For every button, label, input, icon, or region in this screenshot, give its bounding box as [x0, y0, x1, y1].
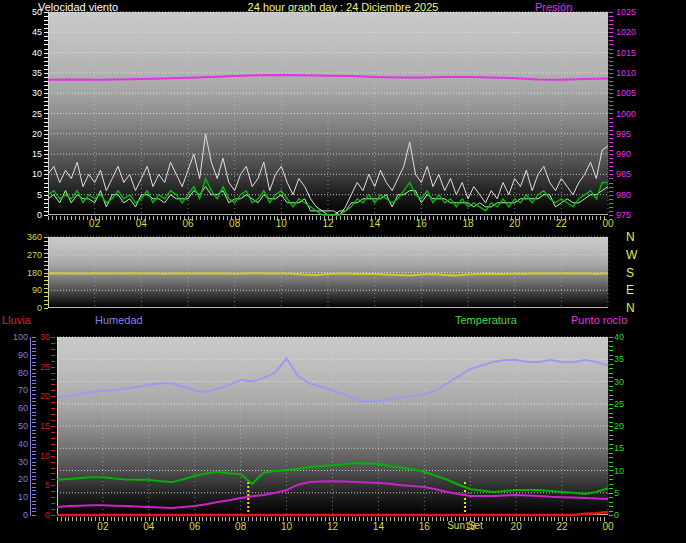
tick-label: 1000: [616, 110, 646, 119]
tick-label: 80: [2, 369, 28, 378]
x-tick-label: 10: [275, 522, 299, 532]
tick-label: 40: [614, 333, 638, 342]
axis-minor-ticks: [609, 337, 613, 516]
x-tick-label: 00: [596, 219, 620, 229]
x-tick-label: 12: [321, 522, 345, 532]
x-tick-label: 02: [91, 522, 115, 532]
compass-label: N: [626, 231, 635, 243]
humidity-line: [57, 358, 608, 402]
tick-label: 15: [14, 150, 42, 159]
x-tick-label: 16: [409, 219, 433, 229]
x-tick-label: 16: [412, 522, 436, 532]
tick-label: 25: [14, 110, 42, 119]
tick-label: 50: [2, 422, 28, 431]
x-tick-label: 18: [456, 219, 480, 229]
tick-label: 90: [14, 286, 42, 295]
tick-label: 25: [614, 400, 638, 409]
x-tick-label: 18: [458, 522, 482, 532]
compass-label: W: [626, 249, 637, 261]
x-tick-label: 08: [229, 522, 253, 532]
wind_direction_degrees-line: [48, 273, 608, 275]
tick-label: 980: [616, 191, 646, 200]
x-tick-label: 14: [363, 219, 387, 229]
x-tick-label: 08: [223, 219, 247, 229]
tick-label: 30: [14, 89, 42, 98]
tick-label: 0: [2, 511, 28, 520]
tick-label: 1010: [616, 69, 646, 78]
tick-label: 975: [616, 211, 646, 220]
tick-label: 0: [614, 511, 638, 520]
tick-label: 1020: [616, 28, 646, 37]
tick-label: 70: [2, 386, 28, 395]
compass-label: N: [626, 302, 635, 314]
tick-label: 40: [14, 49, 42, 58]
tick-label: 1025: [616, 8, 646, 17]
tick-label: 0: [14, 304, 42, 313]
tick-label: 5: [614, 489, 638, 498]
tick-label: 20: [2, 475, 28, 484]
tick-label: 990: [616, 150, 646, 159]
tick-label: 30: [2, 458, 28, 467]
x-tick-label: 06: [176, 219, 200, 229]
axis-minor-ticks: [51, 337, 55, 516]
tick-label: 100: [2, 333, 28, 342]
x-tick-label: 22: [549, 219, 573, 229]
tick-label: 5: [14, 191, 42, 200]
x-tick-label: 04: [137, 522, 161, 532]
x-tick-label: 14: [366, 522, 390, 532]
axis-minor-ticks: [32, 337, 36, 516]
tick-label: 1005: [616, 89, 646, 98]
x-tick-label: 10: [269, 219, 293, 229]
tick-label: 0: [14, 211, 42, 220]
dew-point-section-label: Punto rocío: [571, 314, 627, 326]
humidity-section-label: Humedad: [95, 314, 143, 326]
axis-minor-ticks: [609, 12, 613, 216]
axis-minor-ticks: [44, 237, 48, 309]
rain-section-label: Lluvia: [2, 314, 31, 326]
x-tick-label: 06: [183, 522, 207, 532]
x-tick-label: 04: [129, 219, 153, 229]
humidity-axis-line: [30, 337, 31, 516]
tick-label: 35: [14, 69, 42, 78]
tick-label: 10: [2, 493, 28, 502]
tick-label: 40: [2, 440, 28, 449]
tick-label: 90: [2, 351, 28, 360]
tick-label: 10: [614, 467, 638, 476]
tick-label: 35: [614, 355, 638, 364]
pressure-line: [48, 75, 608, 80]
x-tick-label: 22: [550, 522, 574, 532]
axis-minor-ticks: [44, 12, 48, 216]
x-tick-label: 02: [83, 219, 107, 229]
humidity-temperature-plot: [57, 337, 608, 515]
tick-label: 60: [2, 404, 28, 413]
tick-label: 270: [14, 251, 42, 260]
tick-label: 995: [616, 130, 646, 139]
wind-direction-plot: [48, 237, 608, 308]
tick-label: 15: [614, 444, 638, 453]
tick-label: 20: [14, 130, 42, 139]
x-tick-label: 20: [503, 219, 527, 229]
tick-label: 30: [614, 378, 638, 387]
tick-label: 10: [14, 170, 42, 179]
compass-label: E: [626, 284, 634, 296]
tick-label: 1015: [616, 49, 646, 58]
weather-24h-graph-window: Velocidad viento 24 hour graph day : 24 …: [0, 0, 686, 543]
tick-label: 50: [14, 8, 42, 17]
wind-pressure-plot: [48, 12, 608, 215]
tick-label: 360: [14, 233, 42, 242]
x-tick-label: 20: [504, 522, 528, 532]
tick-label: 20: [614, 422, 638, 431]
tick-label: 180: [14, 269, 42, 278]
compass-label: S: [626, 267, 634, 279]
temperature-section-label: Temperatura: [455, 314, 517, 326]
tick-label: 45: [14, 28, 42, 37]
tick-label: 985: [616, 170, 646, 179]
x-tick-label: 12: [316, 219, 340, 229]
x-tick-label: 00: [596, 522, 620, 532]
